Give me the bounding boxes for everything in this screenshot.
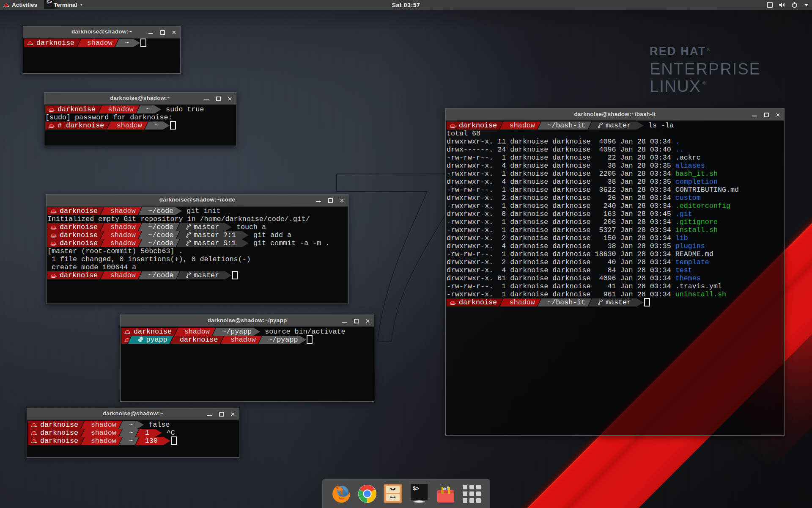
svg-text:$>: $> xyxy=(413,486,419,492)
